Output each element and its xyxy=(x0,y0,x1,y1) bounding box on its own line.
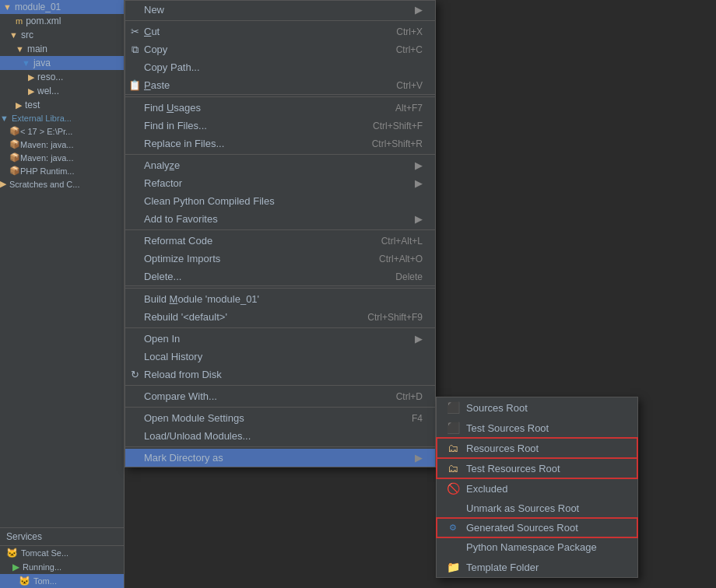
ide-container: ▼ module_01 m pom.xml ▼ src ▼ main ▼ jav… xyxy=(0,0,716,588)
copy-label: Copy xyxy=(144,44,167,55)
menu-item-openmodulesettings[interactable]: Open Module Settings F4 xyxy=(125,409,435,427)
generated-sources-label: Generated Sources Root xyxy=(466,522,578,534)
tree-item-test[interactable]: ▶ test xyxy=(0,98,124,112)
php-label: PHP Runtim... xyxy=(20,166,75,176)
addtofavorites-arrow: ▶ xyxy=(415,213,423,225)
tree-item-webapp[interactable]: ▶ wel... xyxy=(0,84,124,98)
menu-item-cleanpython[interactable]: Clean Python Compiled Files xyxy=(125,192,435,210)
tree-item-php[interactable]: 📦 PHP Runtim... xyxy=(0,164,124,177)
submenu-template-folder[interactable]: 📁 Template Folder xyxy=(437,557,637,577)
maven1-icon: 📦 xyxy=(9,139,20,149)
menu-item-comparewith[interactable]: Compare With... Ctrl+D xyxy=(125,387,435,405)
menu-item-copypath[interactable]: Copy Path... xyxy=(125,58,435,76)
tree-item-resources[interactable]: ▶ reso... xyxy=(0,70,124,84)
submenu-test-resources-root[interactable]: 🗂 Test Resources Root xyxy=(437,458,637,478)
services-tom[interactable]: 🐱 Tom... xyxy=(0,574,124,588)
submenu-resources-root[interactable]: 🗂 Resources Root xyxy=(437,438,637,458)
menu-item-replaceinfiles[interactable]: Replace in Files... Ctrl+Shift+R xyxy=(125,135,435,152)
menu-item-openin[interactable]: Open In ▶ xyxy=(125,330,435,348)
new-label: New xyxy=(144,4,164,16)
menu-item-markdirectoryas[interactable]: Mark Directory as ▶ xyxy=(125,449,435,467)
paste-label: Paste xyxy=(144,79,170,91)
submenu-unmark[interactable]: Unmark as Sources Root xyxy=(437,499,637,518)
cut-icon: ✂ xyxy=(128,26,141,38)
template-folder-icon: 📁 xyxy=(446,561,460,573)
tree-item-java[interactable]: ▼ java xyxy=(0,56,124,70)
separator-1 xyxy=(125,20,435,21)
menu-item-findinfiles[interactable]: Find in Files... Ctrl+Shift+F xyxy=(125,117,435,135)
tree-item-module01[interactable]: ▼ module_01 xyxy=(0,0,124,14)
resources-folder-icon: ▶ xyxy=(28,72,34,82)
menu-item-reformat[interactable]: Reformat Code Ctrl+Alt+L xyxy=(125,232,435,250)
extlibs-icon: ▼ xyxy=(0,114,9,123)
menu-item-addtofavorites[interactable]: Add to Favorites ▶ xyxy=(125,210,435,228)
menu-item-analyze[interactable]: Analyze ▶ xyxy=(125,156,435,174)
services-running[interactable]: ▶ Running... xyxy=(0,560,124,574)
maven2-label: Maven: java... xyxy=(20,153,73,163)
optimizeimports-label: Optimize Imports xyxy=(144,253,220,264)
findinfiles-label: Find in Files... xyxy=(144,120,207,131)
tree-item-src[interactable]: ▼ src xyxy=(0,28,124,42)
src-label: src xyxy=(21,30,33,40)
test-folder-icon: ▶ xyxy=(16,100,22,110)
copy-icon: ⧉ xyxy=(128,44,141,56)
refactor-label: Refactor xyxy=(144,177,182,189)
menu-item-copy[interactable]: ⧉ Copy Ctrl+C xyxy=(125,40,435,58)
test-resources-root-icon: 🗂 xyxy=(446,462,460,474)
resources-root-icon: 🗂 xyxy=(446,442,460,454)
webapp-folder-icon: ▶ xyxy=(28,86,34,96)
java-label: java xyxy=(33,58,51,68)
menu-item-optimizeimports[interactable]: Optimize Imports Ctrl+Alt+O xyxy=(125,250,435,268)
pomxml-label: pom.xml xyxy=(26,16,61,26)
delete-label: Delete... xyxy=(144,271,181,282)
services-tomcat[interactable]: 🐱 Tomcat Se... xyxy=(0,546,124,560)
menu-item-delete[interactable]: Delete... Delete xyxy=(125,268,435,286)
maven1-label: Maven: java... xyxy=(20,140,73,149)
submenu-excluded[interactable]: 🚫 Excluded xyxy=(437,478,637,499)
tree-item-jdk[interactable]: 📦 < 17 > E:\Pr... xyxy=(0,124,124,138)
jdk-icon: 📦 xyxy=(9,126,20,136)
rebuild-shortcut: Ctrl+Shift+F9 xyxy=(367,312,423,323)
python-ns-label: Python Namespace Package xyxy=(466,541,597,553)
submenu-python-ns[interactable]: Python Namespace Package xyxy=(437,537,637,557)
template-folder-label: Template Folder xyxy=(466,562,539,573)
php-icon: 📦 xyxy=(9,166,20,176)
resources-label: reso... xyxy=(37,72,63,82)
menu-item-cut[interactable]: ✂ Cut Ctrl+X xyxy=(125,23,435,40)
menu-item-refactor[interactable]: Refactor ▶ xyxy=(125,174,435,192)
tomcat-label: Tomcat Se... xyxy=(21,548,68,558)
main-folder-icon: ▼ xyxy=(16,44,24,54)
sources-root-label: Sources Root xyxy=(466,402,528,414)
module-label: module_01 xyxy=(15,2,61,12)
cut-shortcut: Ctrl+X xyxy=(396,26,423,37)
menu-item-paste[interactable]: 📋 Paste Ctrl+V xyxy=(125,76,435,95)
unmark-label: Unmark as Sources Root xyxy=(466,502,579,514)
tree-item-main[interactable]: ▼ main xyxy=(0,42,124,56)
tree-item-maven2[interactable]: 📦 Maven: java... xyxy=(0,151,124,164)
submenu-test-sources-root[interactable]: ⬛ Test Sources Root xyxy=(437,418,637,438)
tree-item-scratches[interactable]: ▶ Scratches and C... xyxy=(0,177,124,191)
context-menu: New ▶ ✂ Cut Ctrl+X ⧉ Copy Ctrl+C Copy Pa… xyxy=(125,0,436,467)
menu-item-buildmodule[interactable]: Build Module 'module_01' xyxy=(125,290,435,308)
openin-arrow: ▶ xyxy=(415,333,423,345)
reloadfromdisk-label: Reload from Disk xyxy=(144,369,222,380)
openin-label: Open In xyxy=(144,333,180,345)
menu-item-localhistory[interactable]: Local History xyxy=(125,348,435,366)
main-label: main xyxy=(27,44,47,54)
tree-item-pomxml[interactable]: m pom.xml xyxy=(0,14,124,28)
menu-item-findusages[interactable]: Find Usages Alt+F7 xyxy=(125,99,435,117)
tree-item-maven1[interactable]: 📦 Maven: java... xyxy=(0,138,124,151)
excluded-icon: 🚫 xyxy=(446,482,460,495)
test-sources-root-icon: ⬛ xyxy=(446,422,460,434)
submenu-sources-root[interactable]: ⬛ Sources Root xyxy=(437,397,637,418)
menu-item-reloadfromdisk[interactable]: ↻ Reload from Disk xyxy=(125,366,435,383)
menu-item-rebuild[interactable]: Rebuild '<default>' Ctrl+Shift+F9 xyxy=(125,308,435,326)
tree-item-extlibs[interactable]: ▼ External Libra... xyxy=(0,112,124,124)
xml-icon: m xyxy=(16,16,23,26)
menu-item-new[interactable]: New ▶ xyxy=(125,1,435,19)
submenu-mark-directory: ⬛ Sources Root ⬛ Test Sources Root 🗂 Res… xyxy=(436,397,638,578)
openmodulesettings-label: Open Module Settings xyxy=(144,412,244,424)
project-panel: ▼ module_01 m pom.xml ▼ src ▼ main ▼ jav… xyxy=(0,0,125,588)
menu-item-loadunload[interactable]: Load/Unload Modules... xyxy=(125,427,435,445)
submenu-generated-sources[interactable]: ⚙ Generated Sources Root xyxy=(437,518,637,537)
